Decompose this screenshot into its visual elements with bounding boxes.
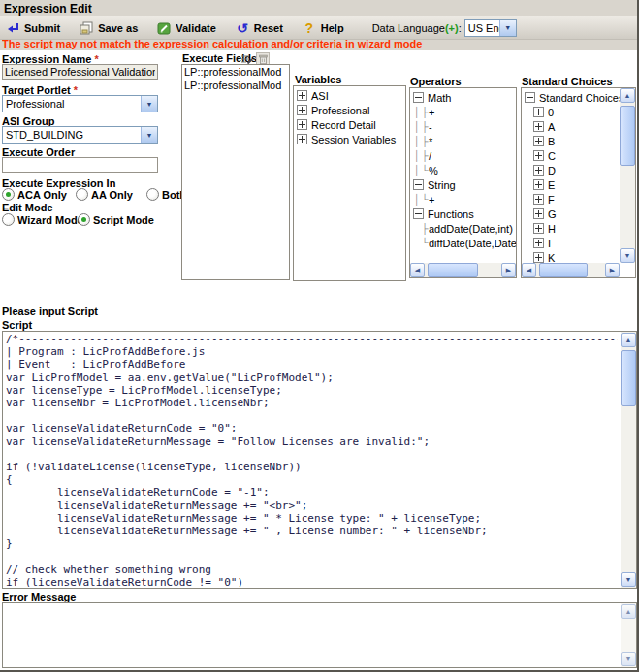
scroll-up-button[interactable] [621,604,636,619]
tree-node-string[interactable]: String [410,177,516,192]
expression-name-input[interactable] [2,64,158,80]
scroll-down-button[interactable] [620,248,635,263]
list-item[interactable]: LP::professionalMod [182,79,289,92]
execute-order-input[interactable] [2,157,158,173]
expand-icon[interactable] [297,119,307,130]
reset-button[interactable]: ↺ Reset [235,20,283,36]
list-item[interactable]: LP::professionalMod [182,65,289,79]
please-input-script-label: Please input Script [2,305,98,317]
vertical-scrollbar[interactable] [621,603,636,667]
tree-node-math[interactable]: Math [410,90,516,105]
scroll-left-button[interactable] [410,263,425,277]
tree-node-standard-choices-root[interactable]: Standard Choices [522,90,620,105]
toolbar: Submit Save as Validate ↺ Reset ? Help D… [0,16,639,40]
execute-in-radio-group: ACA Only AA Only Both [0,188,179,201]
tree-node-choice[interactable]: B [522,134,620,148]
script-code[interactable]: /*--------------------------------------… [6,333,618,587]
radio-both[interactable]: Both [146,188,186,201]
tree-node-choice[interactable]: H [522,221,620,236]
scroll-up-button[interactable] [620,88,635,103]
tree-node-choice[interactable]: C [522,148,620,163]
chevron-down-icon[interactable] [141,96,157,112]
tree-node-choice[interactable]: A [522,119,620,134]
scroll-right-button[interactable] [605,263,620,277]
radio-aa-only[interactable]: AA Only [76,188,133,201]
variables-tree[interactable]: ASI Professional Record Detail Session V… [293,85,406,281]
tree-node-operator[interactable]: / [410,148,516,163]
tree-node-choice[interactable]: D [522,163,620,177]
tree-node-professional[interactable]: Professional [294,103,405,117]
expand-icon[interactable] [533,179,544,190]
tree-node-operator[interactable]: * [410,134,516,148]
tree-node-function[interactable]: diffDate(Date,Date [410,236,516,250]
radio-wizard-mode[interactable]: Wizard Mode [2,213,83,226]
expand-icon[interactable] [533,238,544,248]
tree-node-choice[interactable]: I [522,236,620,250]
expand-icon[interactable] [533,136,544,146]
expand-icon[interactable] [533,150,544,161]
horizontal-scrollbar[interactable] [522,263,620,277]
expand-icon[interactable] [533,165,544,176]
tree-node-choice[interactable]: G [522,207,620,221]
error-message-textarea[interactable] [2,602,637,668]
horizontal-scrollbar[interactable] [410,263,516,277]
operators-tree[interactable]: Math + - * / % String + Functions addDat… [409,87,517,278]
scroll-down-button[interactable] [621,652,636,666]
expand-icon[interactable] [533,194,544,205]
expand-icon[interactable] [533,121,544,132]
radio-aca-only[interactable]: ACA Only [2,188,67,201]
tree-node-functions[interactable]: Functions [410,207,516,221]
validate-button[interactable]: Validate [156,20,216,36]
tree-node-session-variables[interactable]: Session Variables [294,132,405,146]
submit-arrow-icon [5,20,20,36]
radio-script-mode[interactable]: Script Mode [78,213,154,226]
vertical-scrollbar[interactable] [621,332,636,588]
save-as-button[interactable]: Save as [79,20,138,36]
radio-selected-icon [78,213,90,226]
chevron-down-icon[interactable] [141,127,157,143]
expand-icon[interactable] [297,105,307,115]
validate-button-label: Validate [176,22,216,34]
execute-fields-listbox[interactable]: LP::professionalMod LP::professionalMod [181,64,290,280]
scroll-left-button[interactable] [522,263,536,277]
help-button[interactable]: ? Help [302,20,344,36]
tree-node-choice[interactable]: K [522,250,620,263]
asi-group-select[interactable]: STD_BUILDING [2,126,158,144]
target-portlet-select[interactable]: Professional [2,95,158,112]
tree-node-function[interactable]: addDate(Date,int) [410,221,516,236]
error-message-value[interactable] [6,604,618,666]
submit-button[interactable]: Submit [5,20,60,36]
collapse-icon[interactable] [413,208,424,219]
tree-node-asi[interactable]: ASI [294,88,405,103]
scrollbar-thumb[interactable] [620,106,635,166]
expand-icon[interactable] [297,134,307,144]
standard-choices-tree[interactable]: Standard Choices 0 A B C D E F G H I K L [521,87,636,278]
data-language-select[interactable]: US English [464,19,517,37]
tree-node-choice[interactable]: F [522,192,620,207]
collapse-icon[interactable] [413,179,424,190]
expand-icon[interactable] [533,208,544,219]
expand-icon[interactable] [533,223,544,234]
expand-icon[interactable] [297,90,307,101]
tree-node-operator[interactable]: % [410,163,516,177]
scrollbar-thumb[interactable] [621,350,636,406]
collapse-icon[interactable] [413,92,424,103]
tree-node-choice[interactable]: 0 [522,105,620,119]
tree-node-operator[interactable]: - [410,119,516,134]
expand-icon[interactable] [533,107,544,117]
tree-node-operator[interactable]: + [410,192,516,207]
scrollbar-thumb[interactable] [428,263,478,277]
vertical-scrollbar[interactable] [620,88,635,263]
scroll-up-button[interactable] [621,333,636,347]
radio-icon [76,188,88,201]
expand-icon[interactable] [533,252,544,263]
chevron-down-icon[interactable] [499,20,516,36]
scroll-down-button[interactable] [621,572,636,587]
collapse-icon[interactable] [525,92,535,103]
scroll-right-button[interactable] [501,263,516,277]
scrollbar-thumb[interactable] [539,263,588,277]
tree-node-record-detail[interactable]: Record Detail [294,117,405,132]
tree-node-choice[interactable]: E [522,177,620,192]
tree-node-operator[interactable]: + [410,105,516,119]
script-textarea[interactable]: /*--------------------------------------… [2,331,637,589]
